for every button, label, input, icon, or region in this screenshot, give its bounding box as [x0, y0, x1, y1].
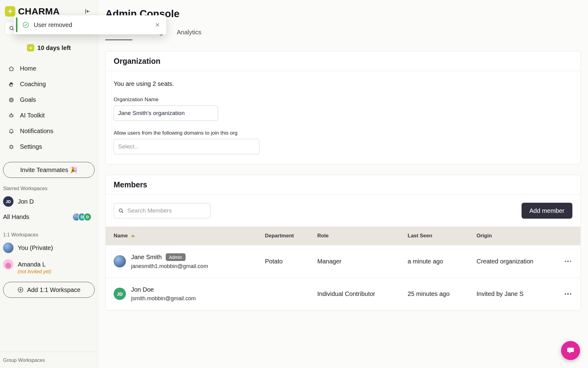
- trial-star-icon: [27, 44, 34, 52]
- one-on-one-workspaces-label: 1:1 Workspaces: [3, 232, 98, 238]
- toast-notification: User removed: [14, 15, 166, 34]
- member-email: janesmith1.mobbin@gmail.com: [131, 263, 208, 270]
- domains-label: Allow users from the following domains t…: [114, 130, 572, 136]
- workspace-label: Jon D: [18, 198, 34, 205]
- starred-workspaces-label: Starred Workspaces: [3, 186, 98, 191]
- invite-teammates-button[interactable]: Invite Teammates 🎉: [3, 162, 95, 178]
- column-header-last-seen[interactable]: Last Seen: [408, 227, 477, 245]
- member-origin: Created organization: [477, 245, 561, 278]
- members-toolbar: Add member: [106, 195, 580, 219]
- brand-name: CHARMA: [18, 6, 60, 17]
- organization-body: You are using 2 seats. Organization Name…: [106, 71, 580, 164]
- table-header-row: Name Department Role Last Seen Origin: [106, 227, 580, 245]
- workspace-label: Amanda L: [18, 261, 46, 268]
- workspace-item-jon-d[interactable]: JD Jon D: [0, 193, 98, 210]
- sidebar-item-home[interactable]: Home: [0, 61, 98, 76]
- workspace-label: You (Private): [18, 244, 53, 251]
- member-origin: Invited by Jane S: [477, 278, 561, 310]
- nav-label: AI Toolkit: [20, 112, 45, 119]
- row-menu-button[interactable]: [561, 261, 580, 262]
- target-icon: [8, 97, 15, 103]
- chat-bubble-icon: [566, 346, 575, 355]
- member-role: Individual Contributor: [317, 278, 408, 310]
- avatar: [3, 259, 13, 270]
- workspace-item-all-hands[interactable]: All Hands D D: [0, 210, 98, 224]
- gear-icon: [8, 144, 15, 150]
- workspace-item-you-private[interactable]: You (Private): [0, 240, 98, 256]
- collapse-sidebar-icon: [84, 8, 91, 15]
- member-name-cell: JD Jon Doe jsmith.mobbin@gmail.com: [114, 286, 265, 302]
- member-last-seen: a minute ago: [408, 245, 477, 278]
- add-workspace-button[interactable]: Add 1:1 Workspace: [3, 282, 95, 298]
- member-last-seen: 25 minutes ago: [408, 278, 477, 310]
- organization-name-input[interactable]: [114, 105, 218, 121]
- home-icon: [8, 65, 15, 72]
- members-heading: Members: [106, 175, 580, 195]
- group-workspaces-label: Group Workspaces: [3, 358, 98, 363]
- trial-banner: 10 days left: [0, 44, 98, 52]
- sidebar-item-ai-toolkit[interactable]: AI Toolkit: [0, 108, 98, 123]
- member-name-cell: Jane Smith Admin janesmith1.mobbin@gmail…: [114, 253, 265, 270]
- sidebar-nav: Home Coaching Goals AI Toolkit: [0, 61, 98, 155]
- toast-close-button[interactable]: [153, 21, 161, 29]
- table-row: Jane Smith Admin janesmith1.mobbin@gmail…: [106, 245, 580, 278]
- members-table: Name Department Role Last Seen Origin: [106, 227, 580, 310]
- chat-launcher-button[interactable]: [561, 341, 580, 360]
- sort-asc-icon: [131, 234, 135, 237]
- member-email: jsmith.mobbin@gmail.com: [131, 295, 196, 302]
- column-label: Name: [114, 233, 128, 239]
- member-search-input[interactable]: [114, 203, 210, 218]
- collapse-sidebar-button[interactable]: [82, 6, 92, 16]
- member-name: Jane Smith: [131, 254, 162, 261]
- member-department: Potato: [265, 245, 317, 278]
- not-invited-note: (not invited yet): [18, 269, 98, 274]
- member-name: Jon Doe: [131, 286, 154, 293]
- column-header-origin[interactable]: Origin: [477, 227, 561, 245]
- add-member-button[interactable]: Add member: [522, 203, 573, 219]
- member-role: Manager: [317, 245, 408, 278]
- row-menu-button[interactable]: [561, 293, 580, 295]
- nav-label: Coaching: [20, 81, 46, 88]
- domains-select[interactable]: [114, 139, 259, 154]
- sidebar-item-coaching[interactable]: Coaching: [0, 76, 98, 92]
- workspace-item-amanda[interactable]: Amanda L (not invited yet): [0, 256, 98, 274]
- sidebar: CHARMA 10 days left Home: [0, 0, 98, 368]
- workspace-row: Amanda L: [0, 256, 98, 270]
- coaching-hand-icon: [8, 81, 15, 88]
- close-icon: [155, 22, 160, 28]
- column-header-role[interactable]: Role: [317, 227, 408, 245]
- tab-analytics[interactable]: Analytics: [177, 29, 201, 40]
- check-circle-icon: [22, 21, 29, 29]
- column-header-name[interactable]: Name: [106, 227, 265, 245]
- avatar: [3, 243, 13, 253]
- sidebar-header: CHARMA: [0, 0, 98, 17]
- avatar: JD: [3, 196, 13, 207]
- sidebar-item-notifications[interactable]: Notifications: [0, 123, 98, 139]
- members-card: Members Add member Name Department Role: [105, 175, 581, 310]
- nav-label: Goals: [20, 96, 36, 103]
- toast-accent-bar: [16, 17, 17, 32]
- member-search: [114, 203, 210, 218]
- page-title: Admin Console: [105, 8, 581, 20]
- workspace-label: All Hands: [3, 213, 29, 220]
- toast-message: User removed: [34, 21, 72, 29]
- organization-name-label: Organization Name: [114, 97, 572, 103]
- plus-circle-icon: [17, 286, 24, 293]
- admin-badge: Admin: [166, 253, 186, 261]
- nav-label: Home: [20, 65, 36, 72]
- column-header-department[interactable]: Department: [265, 227, 317, 245]
- sidebar-item-settings[interactable]: Settings: [0, 139, 98, 155]
- brand-star-icon: [5, 6, 15, 17]
- organization-card: Organization You are using 2 seats. Orga…: [105, 51, 581, 164]
- search-icon: [118, 207, 124, 214]
- sidebar-item-goals[interactable]: Goals: [0, 92, 98, 108]
- bell-icon: [8, 128, 15, 135]
- organization-heading: Organization: [106, 52, 580, 71]
- robot-icon: [8, 112, 15, 119]
- add-workspace-label: Add 1:1 Workspace: [27, 286, 80, 293]
- avatar: JD: [114, 288, 126, 300]
- avatar: D: [83, 213, 92, 221]
- avatar: [114, 255, 126, 267]
- column-header-actions: [561, 227, 580, 245]
- avatar-stack: D D: [72, 213, 92, 221]
